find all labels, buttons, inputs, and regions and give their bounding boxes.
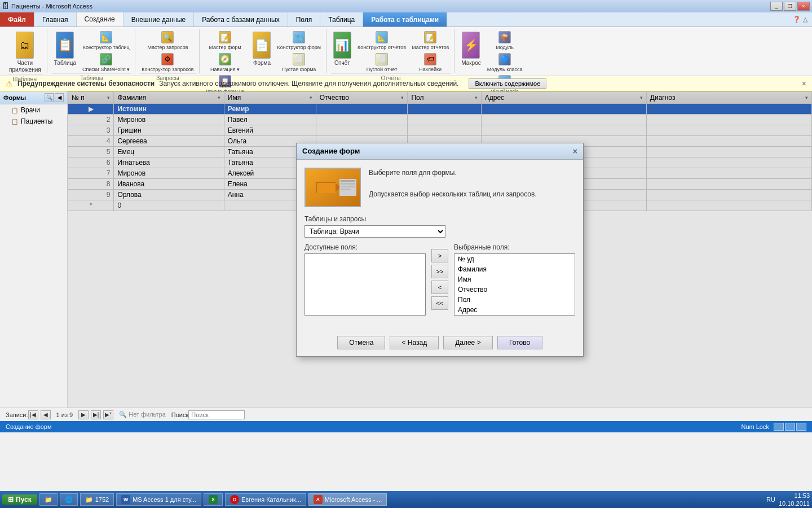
form-master-button[interactable]: 📝 Мастер форм [204,30,246,51]
sharepoint-button[interactable]: 🔗 Списки SharePoint ▾ [81,52,131,73]
tab-table[interactable]: Таблица [320,12,363,27]
restore-button[interactable]: ❐ [784,2,796,11]
dialog-overlay: Создание форм × [68,91,812,408]
tab-create[interactable]: Создание [77,12,123,27]
app-parts-button[interactable]: 🗂 Частиприложения [7,30,43,75]
start-button[interactable]: ⊞ Пуск [2,494,37,505]
tab-fields[interactable]: Поля [288,12,321,27]
wizard-image-svg [306,168,360,207]
selected-field-surname[interactable]: Фамилия [454,264,575,274]
ribbon-group-templates: 🗂 Частиприложения Шаблоны [3,29,47,73]
dialog-close-button[interactable]: × [573,147,577,156]
selected-field-gender[interactable]: Пол [454,295,575,305]
dialog-body: Выберите поля для формы. Допускается выб… [297,160,583,331]
view-detail-button[interactable] [796,423,806,431]
main-area: Формы 🔍 ◀ 📋 Врачи 📋 Пациенты № п ▾ [0,91,812,408]
taskbar-opera[interactable]: O Евгения Катальник... [225,493,306,506]
search-input[interactable] [188,410,245,419]
form-master-label: Мастер форм [209,45,241,51]
next-button[interactable]: Далее > [443,336,493,349]
table-select[interactable]: Таблица: Врачи Таблица: Пациенты [304,225,445,238]
taskbar-explorer[interactable]: 📁 [39,493,58,506]
prev-record-button[interactable]: ◀ [41,410,51,419]
tab-external[interactable]: Внешние данные [123,12,195,27]
taskbar-word[interactable]: W MS Access 1 для сту... [116,493,201,506]
view-grid-button[interactable] [785,423,795,431]
module-button[interactable]: 📦 Модуль [486,30,524,51]
add-all-button[interactable]: >> [431,265,448,278]
table-button[interactable]: 📋 Таблица [52,30,78,68]
selected-field-patronymic[interactable]: Отчество [454,284,575,295]
available-fields-listbox[interactable] [304,253,426,316]
view-controls [774,423,806,431]
finish-button[interactable]: Готово [497,336,542,349]
minimize-ribbon-icon[interactable]: △ [803,16,807,23]
last-record-button[interactable]: ▶| [91,410,101,419]
taskbar-time: 11:53 10.10.2011 [779,492,810,508]
close-button[interactable]: × [797,2,810,11]
app-parts-icon: 🗂 [16,32,34,59]
report-designer-button[interactable]: 📐 Конструктор отчётов [356,30,408,51]
taskbar-excel[interactable]: X [204,493,223,506]
macro-button[interactable]: ⚡ Макрос [459,30,483,68]
selected-field-address[interactable]: Адрес [454,305,575,315]
nav-expand-icon[interactable]: ◀ [55,93,64,102]
class-module-icon: 🔷 [498,53,511,65]
empty-form-icon: ⬜ [293,53,305,65]
add-one-button[interactable]: > [431,249,448,262]
taskbar-ie[interactable]: 🌐 [60,493,78,506]
empty-form-button[interactable]: ⬜ Пустая форма [275,52,322,73]
first-record-button[interactable]: |◀ [28,410,38,419]
report-icon: 📊 [333,32,351,59]
tab-home[interactable]: Главная [34,12,77,27]
selected-field-spec[interactable]: Специализация [454,315,575,316]
nav-search-icon[interactable]: 🔍 [45,93,54,102]
empty-report-button[interactable]: ⬜ Пустой отчёт [356,52,408,73]
form-button[interactable]: 📄 Форма [250,30,273,68]
selected-field-name[interactable]: Имя [454,274,575,284]
table-designer-label: Конструктор таблиц [83,45,130,51]
enable-content-button[interactable]: Включить содержимое [469,78,546,89]
back-button[interactable]: < Назад [390,336,439,349]
remove-one-button[interactable]: < [431,281,448,294]
empty-report-icon: ⬜ [376,53,388,65]
tab-file[interactable]: Файл [0,12,34,27]
module-label: Модуль [496,45,514,51]
next-record-button[interactable]: ▶ [78,410,89,419]
query-master-button[interactable]: 🔍 Мастер запросов [140,30,195,51]
report-designer-icon: 📐 [376,31,388,43]
selected-fields-listbox[interactable]: № уд Фамилия Имя Отчество Пол Адрес Спец… [454,253,575,316]
new-record-button[interactable]: ▶* [103,410,113,419]
report-master-button[interactable]: 📝 Мастер отчётов [410,30,451,51]
taskbar-access[interactable]: A Microsoft Access - ... [308,493,387,506]
tables-queries-label: Таблицы и запросы [304,215,575,223]
table-label: Таблица [54,60,76,67]
report-button[interactable]: 📊 Отчёт [331,30,354,68]
cancel-button[interactable]: Отмена [337,336,385,349]
taskbar-folder1752[interactable]: 📁 1752 [80,493,114,506]
ribbon-tabs: Файл Главная Создание Внешние данные Раб… [0,12,812,27]
query-designer-button[interactable]: ⚙ Конструктор запросов [140,52,195,73]
remove-all-button[interactable]: << [431,296,448,310]
title-bar-controls: _ ❐ × [770,2,810,11]
table-designer-button[interactable]: 📐 Конструктор таблиц [81,30,131,51]
view-list-button[interactable] [774,423,784,431]
help-icon[interactable]: ❓ [793,16,801,23]
labels-icon: 🏷 [424,53,436,65]
class-module-button[interactable]: 🔷 Модуль класса [486,52,524,73]
form-designer-label: Конструктор форм [277,45,320,51]
tab-database[interactable]: Работа с базами данных [194,12,288,27]
navigation-button[interactable]: 🧭 Навигация ▾ [204,52,246,73]
folder-icon: 📁 [85,496,93,503]
sidebar-item-vrachi[interactable]: 📋 Врачи [0,104,67,116]
minimize-button[interactable]: _ [770,2,783,11]
form-designer-button[interactable]: 🔧 Конструктор форм [275,30,322,51]
module-icon: 📦 [498,31,511,43]
sidebar-item-pacienty[interactable]: 📋 Пациенты [0,116,67,127]
security-close-button[interactable]: × [802,79,806,88]
tab-worktables[interactable]: Работа с таблицами [363,12,447,27]
ribbon-group-tables: 📋 Таблица 📐 Конструктор таблиц 🔗 Списки … [48,29,136,73]
data-area: № п ▾ Фамилия ▾ Имя ▾ [68,91,812,408]
labels-button[interactable]: 🏷 Наклейки [410,52,451,73]
selected-field-num[interactable]: № уд [454,254,575,264]
